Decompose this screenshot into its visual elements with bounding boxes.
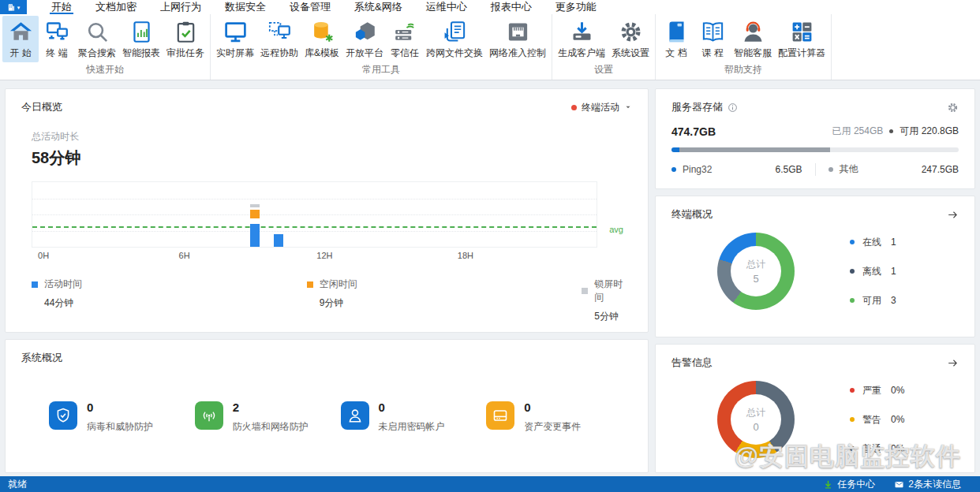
storage-total: 474.7GB: [671, 125, 716, 138]
activity-bar-segment: [250, 204, 260, 207]
arrow-right-icon[interactable]: [947, 209, 959, 221]
system-overview-title: 系统概况: [21, 351, 62, 365]
divider: [815, 163, 816, 176]
avg-label: avg: [609, 225, 623, 234]
ribbon-button-home[interactable]: 开 始: [2, 16, 39, 62]
x-tick: 6H: [179, 251, 190, 260]
app-menu-button[interactable]: ▾: [0, 0, 27, 14]
ribbon-button-zero-trust[interactable]: 零信任: [387, 16, 423, 62]
nac-icon: [506, 20, 530, 44]
task-center-label: 任务中心: [837, 478, 875, 491]
info-icon[interactable]: [728, 102, 738, 113]
legend-value: 5分钟: [594, 310, 632, 323]
donut-center: 总计 5: [731, 246, 781, 296]
tab-ops-center[interactable]: 运维中心: [414, 0, 479, 14]
chevron-down-icon: [624, 103, 632, 111]
storage-item-label: 其他: [840, 162, 858, 176]
report-icon: [129, 20, 154, 44]
donut-center: 总计 0: [731, 394, 781, 445]
asset-icon: [486, 401, 514, 430]
donut-center-label: 总计: [746, 258, 765, 271]
stat-value: 0: [87, 401, 153, 415]
ribbon-button-terminal[interactable]: 终 端: [39, 16, 75, 62]
stat-label: 防火墙和网络防护: [233, 420, 309, 434]
ribbon-button-smart-support[interactable]: 智能客服: [731, 16, 775, 62]
mail-icon: [894, 479, 904, 490]
separator-dot: [889, 129, 893, 133]
legend-label: 锁屏时间: [594, 278, 632, 304]
book-icon: [664, 20, 689, 44]
storage-bar-segment: [671, 147, 679, 152]
system-stats: 0 病毒和威胁防护 2 防火墙和网络防护 0 未启用密码帐户: [21, 401, 632, 434]
tab-data-security[interactable]: 数据安全: [213, 0, 278, 14]
search-icon: [85, 20, 110, 44]
ribbon-button-label: 网络准入控制: [489, 47, 546, 60]
legend-label: 严重: [862, 384, 881, 397]
ribbon-button-docs[interactable]: 文 档: [658, 16, 694, 62]
legend-marker: [671, 167, 676, 172]
ribbon-button-cross-network-file-exchange[interactable]: 跨网文件交换: [423, 16, 486, 62]
ribbon-button-label: 文 档: [665, 47, 686, 60]
ribbon-button-library-templates[interactable]: 库&模板: [301, 16, 342, 62]
storage-item-label: Ping32: [683, 164, 712, 175]
ribbon-group-help-support: 文 档 课 程 智能客服 配置计算器 帮助支持: [656, 14, 832, 80]
donut-center-value: 0: [753, 421, 758, 433]
terminal-overview-title: 终端概况: [671, 207, 713, 222]
legend-label: 空闲时间: [320, 278, 357, 291]
stat-virus-threat-protection[interactable]: 0 病毒和威胁防护: [49, 401, 195, 434]
stat-accounts-without-password[interactable]: 0 未启用密码帐户: [341, 401, 487, 434]
ribbon-button-open-platform[interactable]: 开放平台: [342, 16, 387, 62]
file-exchange-icon: [443, 20, 467, 44]
x-tick: 0H: [38, 251, 49, 260]
ribbon-button-system-settings[interactable]: 系统设置: [608, 16, 653, 62]
user-icon: [341, 401, 369, 430]
legend-value: 1: [891, 237, 896, 248]
app-menu-caret-icon: ▾: [17, 5, 21, 10]
ribbon-button-generate-client[interactable]: 生成客户端: [555, 16, 608, 62]
ribbon-button-label: 零信任: [391, 47, 419, 60]
ribbon-button-realtime-screen[interactable]: 实时屏幕: [213, 16, 257, 62]
terminal-activity-dropdown-label: 终端活动: [582, 101, 619, 114]
gear-icon[interactable]: [947, 102, 959, 114]
tab-more-features[interactable]: 更多功能: [544, 0, 608, 14]
legend-offline: 离线 1: [850, 265, 896, 278]
terminal-donut-chart: 总计 5: [717, 233, 795, 310]
unread-messages-button[interactable]: 2条未读信息: [894, 478, 961, 491]
legend-value: 9分钟: [320, 296, 582, 310]
x-axis: 0H6H12H18H: [32, 251, 597, 262]
ribbon-group-quick-start: 开 始 终 端 聚合搜索 智能报表 审批任务 快速开始: [0, 14, 211, 80]
alert-info-card: 告警信息 总计 0 严重 0%: [655, 344, 975, 473]
approval-icon: [174, 20, 198, 44]
tab-start[interactable]: 开始: [39, 0, 84, 14]
legend-marker: [850, 240, 855, 244]
tab-report-center[interactable]: 报表中心: [479, 0, 544, 14]
tab-device-management[interactable]: 设备管理: [278, 0, 342, 14]
tab-system-network[interactable]: 系统&网络: [342, 0, 414, 14]
tab-doc-encryption[interactable]: 文档加密: [84, 0, 148, 14]
ribbon-button-config-calculator[interactable]: 配置计算器: [775, 16, 829, 62]
ribbon-button-courses[interactable]: 课 程: [694, 16, 731, 62]
stat-asset-change-events[interactable]: 0 资产变更事件: [486, 401, 632, 434]
legend-marker: [307, 281, 313, 288]
legend-lock-time: 锁屏时间 5分钟: [582, 278, 632, 323]
statusbar: 就绪 任务中心 2条未读信息: [0, 476, 980, 492]
ribbon-button-smart-report[interactable]: 智能报表: [119, 16, 163, 62]
ribbon-button-label: 跨网文件交换: [426, 47, 483, 60]
stat-firewall-network-protection[interactable]: 2 防火墙和网络防护: [195, 401, 341, 434]
menubar: ▾ 开始 文档加密 上网行为 数据安全 设备管理 系统&网络 运维中心 报表中心…: [0, 0, 980, 14]
tab-web-behavior[interactable]: 上网行为: [148, 0, 213, 14]
stat-label: 资产变更事件: [524, 420, 581, 434]
home-icon: [9, 20, 33, 44]
signal-icon: [195, 401, 223, 430]
screen-icon: [223, 20, 248, 44]
gear-icon: [619, 20, 643, 44]
ribbon-button-network-access-control[interactable]: 网络准入控制: [486, 16, 549, 62]
ribbon-button-remote-assist[interactable]: 远程协助: [257, 16, 301, 62]
generate-client-icon: [570, 20, 594, 44]
task-center-button[interactable]: 任务中心: [823, 478, 875, 491]
ribbon-button-approval-tasks[interactable]: 审批任务: [163, 16, 208, 62]
legend-marker: [32, 281, 38, 288]
ribbon-button-aggregate-search[interactable]: 聚合搜索: [75, 16, 119, 62]
arrow-right-icon[interactable]: [947, 357, 959, 369]
terminal-activity-dropdown[interactable]: 终端活动: [571, 101, 632, 114]
